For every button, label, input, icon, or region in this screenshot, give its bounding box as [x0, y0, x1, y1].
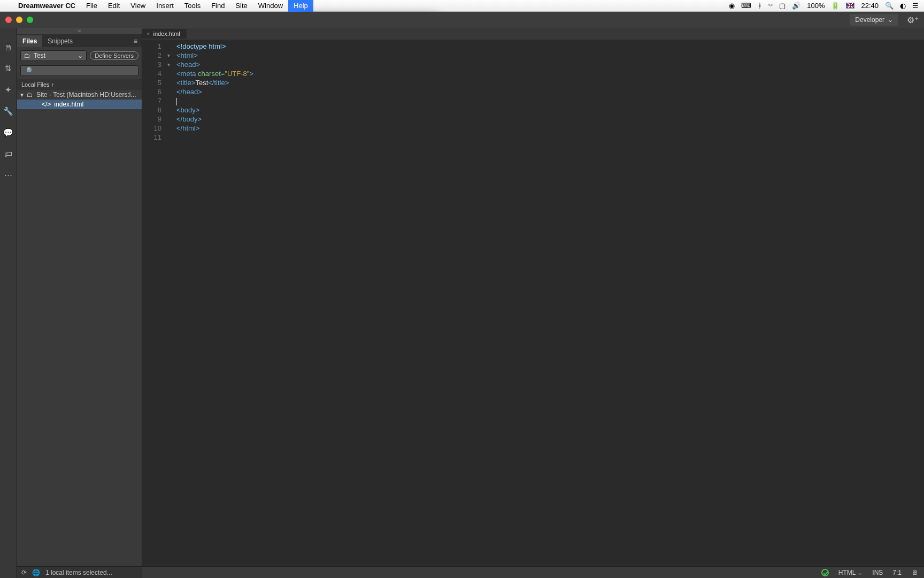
tree-site-root[interactable]: ▾ 🗀 Site - Test (Macintosh HD:Users:l... [17, 90, 142, 100]
manage-icon[interactable]: ✦ [5, 85, 12, 95]
define-servers-button[interactable]: Define Servers [90, 51, 138, 60]
panel-menu-icon[interactable]: ≡ [129, 35, 142, 47]
siri-icon[interactable]: ◐ [900, 2, 906, 10]
workspace-label: Developer [855, 16, 884, 24]
badge-icon[interactable]: 🏷 [4, 149, 12, 158]
comment-icon[interactable]: 💬 [3, 128, 13, 138]
no-errors-icon[interactable] [821, 569, 829, 576]
folder-icon: 🗀 [24, 52, 30, 59]
app-name[interactable]: Dreamweaver CC [13, 2, 81, 10]
menu-insert[interactable]: Insert [151, 0, 179, 12]
battery-percent: 100% [807, 2, 825, 10]
line-gutter: 1 2 3 4 5 6 7 8 9 10 11 [142, 40, 167, 566]
code-editor: × index.html 1 2 3 4 5 6 7 8 9 10 11 [142, 28, 924, 578]
code-file-icon: </> [42, 101, 51, 108]
menu-edit[interactable]: Edit [103, 0, 125, 12]
spotlight-icon[interactable]: 🔍 [885, 2, 894, 10]
window-titlebar: Developer ⌄ ⚙︎⁺ [0, 12, 924, 28]
menu-site[interactable]: Site [230, 0, 252, 12]
minimize-window-button[interactable] [16, 17, 22, 23]
volume-icon[interactable]: 🔊 [792, 2, 800, 10]
flag-icon[interactable] [846, 3, 854, 9]
menu-tools[interactable]: Tools [179, 0, 206, 12]
tab-filename: index.html [153, 31, 180, 37]
more-icon[interactable]: ⋯ [4, 170, 12, 180]
bluetooth-icon[interactable]: ᚼ [758, 2, 762, 10]
panel-status-text: 1 local items selected... [45, 569, 112, 576]
airplay-icon[interactable]: ▢ [779, 2, 786, 10]
close-tab-icon[interactable]: × [147, 31, 150, 37]
cursor-position: 7:1 [892, 569, 902, 576]
panel-statusbar: ⟳ 🌐 1 local items selected... [17, 566, 142, 578]
panel-tab-snippets[interactable]: Snippets [42, 35, 78, 47]
notification-center-icon[interactable]: ☰ [912, 2, 919, 10]
file-filter-input[interactable]: 🔎 [20, 65, 138, 76]
text-cursor [176, 98, 177, 105]
clock[interactable]: 22:40 [861, 2, 879, 10]
site-selector[interactable]: 🗀 Test ⌄ [20, 50, 87, 61]
globe-icon[interactable]: 🌐 [32, 569, 40, 576]
battery-icon[interactable]: 🔋 [831, 2, 840, 10]
folder-icon: 🗀 [27, 91, 33, 98]
wifi-icon[interactable]: ⌔ [768, 2, 773, 10]
vertical-toolstrip: 🗎 ⇅ ✦ 🔧 💬 🏷 ⋯ [0, 28, 17, 578]
panel-grip-icon[interactable]: « [17, 28, 142, 34]
file-name: index.html [54, 101, 83, 108]
menu-help[interactable]: Help [288, 0, 313, 12]
live-preview-icon[interactable]: 🖥 [911, 569, 918, 576]
macos-menubar: Dreamweaver CC File Edit View Insert Too… [0, 0, 924, 12]
close-window-button[interactable] [5, 17, 12, 23]
chevron-down-icon: ⌄ [78, 52, 83, 59]
menu-file[interactable]: File [81, 0, 103, 12]
files-panel: « Files Snippets ≡ 🗀 Test ⌄ Define Serve… [17, 28, 142, 578]
chevron-down-icon: ⌄ [888, 16, 893, 24]
code-area[interactable]: <!doctype html> <html> <head> <meta char… [167, 40, 253, 566]
swap-icon[interactable]: ⇅ [5, 64, 12, 73]
menu-window[interactable]: Window [253, 0, 288, 12]
app-window: Developer ⌄ ⚙︎⁺ 🗎 ⇅ ✦ 🔧 💬 🏷 ⋯ « Files Sn… [0, 12, 924, 578]
editor-statusbar: HTML INS 7:1 🖥 [142, 566, 924, 578]
menu-find[interactable]: Find [206, 0, 230, 12]
input-source-icon[interactable]: ⌨︎ [741, 2, 751, 10]
file-icon[interactable]: 🗎 [4, 43, 12, 52]
disclosure-down-icon: ▾ [20, 91, 24, 98]
site-name: Test [34, 52, 45, 59]
panel-tab-files[interactable]: Files [17, 35, 42, 47]
tree-file-index[interactable]: </> index.html [17, 100, 142, 109]
zoom-window-button[interactable] [27, 17, 33, 23]
settings-icon[interactable]: ⚙︎⁺ [902, 15, 924, 25]
editor-tab-index[interactable]: × index.html [142, 29, 187, 39]
search-icon: 🔎 [24, 67, 32, 74]
language-mode[interactable]: HTML [838, 569, 863, 576]
workspace-switcher[interactable]: Developer ⌄ [850, 14, 898, 26]
insert-mode[interactable]: INS [872, 569, 883, 576]
wrench-icon[interactable]: 🔧 [3, 107, 13, 116]
file-tree: ▾ 🗀 Site - Test (Macintosh HD:Users:l...… [17, 90, 142, 566]
creative-cloud-icon[interactable]: ◉ [729, 2, 735, 10]
site-root-label: Site - Test (Macintosh HD:Users:l... [36, 91, 136, 98]
refresh-icon[interactable]: ⟳ [21, 569, 27, 576]
menu-view[interactable]: View [125, 0, 151, 12]
local-files-header[interactable]: Local Files ↑ [17, 79, 142, 90]
